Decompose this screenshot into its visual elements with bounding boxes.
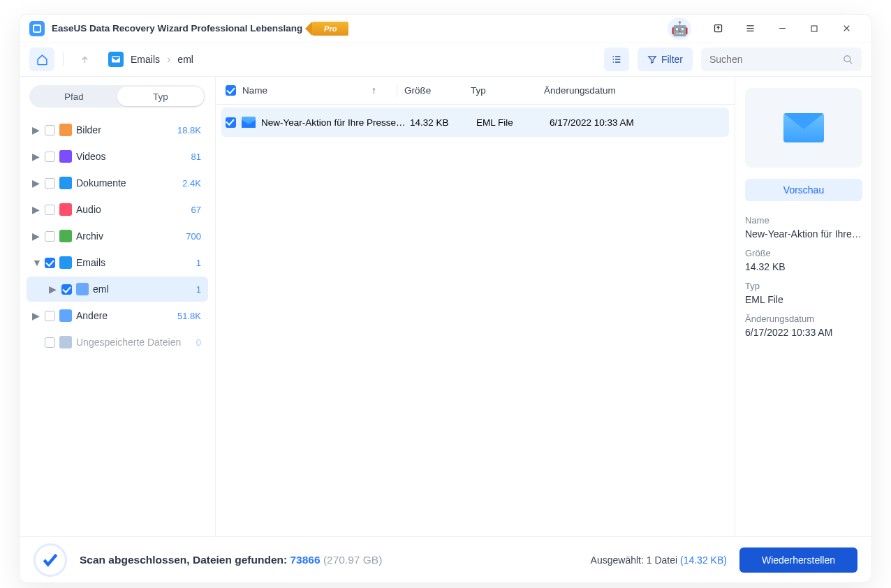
- checkbox[interactable]: [61, 284, 72, 295]
- row-filename: New-Year-Aktion für Ihre Pressemit...: [261, 117, 410, 128]
- col-type[interactable]: Typ: [471, 85, 544, 96]
- tree-node-emails[interactable]: ▼Emails1: [27, 250, 208, 275]
- pro-badge: Pro: [312, 22, 348, 36]
- tree-node-ungespeicherte-dateien[interactable]: Ungespeicherte Dateien0: [27, 330, 208, 355]
- preview-button[interactable]: Vorschau: [745, 179, 862, 201]
- chevron-right-icon[interactable]: ▶: [49, 284, 57, 295]
- chevron-right-icon[interactable]: ▶: [32, 204, 40, 215]
- table-row[interactable]: New-Year-Aktion für Ihre Pressemit...14.…: [221, 108, 729, 137]
- tree-count: 67: [191, 205, 201, 215]
- title-bar: EaseUS Data Recovery Wizard Professional…: [20, 15, 871, 43]
- pv-type-value: EML File: [745, 294, 862, 305]
- tree-label: Andere: [76, 310, 173, 321]
- chevron-right-icon[interactable]: ▶: [32, 310, 40, 321]
- breadcrumb-root[interactable]: Emails: [131, 54, 160, 65]
- app-logo-icon: [29, 21, 45, 36]
- tree-count: 18.8K: [177, 125, 201, 135]
- select-all-checkbox[interactable]: [226, 85, 236, 96]
- tree-label: Ungespeicherte Dateien: [76, 337, 192, 348]
- tree-label: Audio: [76, 204, 187, 215]
- checkbox[interactable]: [45, 337, 55, 348]
- checkbox[interactable]: [45, 311, 55, 321]
- minimize-button[interactable]: [767, 17, 797, 40]
- search-icon: [843, 54, 853, 65]
- filter-button[interactable]: Filter: [638, 47, 693, 71]
- tree-label: Emails: [76, 257, 192, 268]
- tree-label: eml: [93, 284, 192, 295]
- tree-count: 81: [191, 152, 201, 162]
- tree-count: 51.8K: [177, 311, 201, 321]
- pv-date-label: Änderungsdatum: [745, 314, 862, 324]
- divider: [63, 52, 64, 66]
- checkbox[interactable]: [45, 205, 55, 215]
- chevron-right-icon[interactable]: ▶: [32, 230, 40, 242]
- preview-panel: Vorschau Name New-Year-Aktion für Ihre .…: [735, 77, 871, 536]
- col-name[interactable]: Name: [242, 85, 267, 96]
- sort-arrow-icon[interactable]: ↑: [371, 85, 376, 96]
- table-header: Name ↑ Größe Typ Änderungsdatum: [216, 77, 735, 105]
- tab-path[interactable]: Pfad: [31, 87, 117, 106]
- envelope-icon: [783, 113, 824, 142]
- tree-node-bilder[interactable]: ▶Bilder18.8K: [27, 117, 208, 142]
- status-bar: Scan abgeschlossen, Dateien gefunden: 73…: [20, 536, 871, 582]
- checkbox[interactable]: [45, 231, 55, 242]
- row-type: EML File: [476, 117, 550, 128]
- selection-summary: Ausgewählt: 1 Datei (14.32 KB): [591, 554, 727, 566]
- chevron-right-icon: ›: [167, 53, 170, 66]
- breadcrumb-current[interactable]: eml: [177, 54, 193, 65]
- tree-count: 1: [196, 284, 201, 295]
- chevron-down-icon[interactable]: ▼: [32, 257, 40, 268]
- tab-type[interactable]: Typ: [117, 87, 204, 106]
- svg-point-3: [844, 55, 850, 61]
- pv-name-label: Name: [745, 215, 862, 226]
- category-icon: [59, 256, 72, 269]
- tree-node-videos[interactable]: ▶Videos81: [27, 144, 208, 169]
- share-button[interactable]: [702, 17, 733, 40]
- checkbox[interactable]: [45, 125, 55, 135]
- assistant-icon[interactable]: 🤖: [668, 17, 691, 40]
- sidebar: Pfad Typ ▶Bilder18.8K▶Videos81▶Dokumente…: [20, 77, 216, 536]
- home-button[interactable]: [29, 47, 54, 71]
- scan-complete-icon: [34, 543, 67, 577]
- email-file-icon: [242, 117, 256, 128]
- category-icon: [59, 336, 72, 348]
- checkbox[interactable]: [45, 152, 55, 162]
- chevron-right-icon[interactable]: ▶: [32, 124, 40, 135]
- scan-summary: Scan abgeschlossen, Dateien gefunden: 73…: [80, 554, 382, 566]
- col-size[interactable]: Größe: [404, 85, 471, 96]
- search-input[interactable]: [709, 54, 837, 65]
- view-toggle-button[interactable]: [604, 47, 629, 71]
- recover-button[interactable]: Wiederherstellen: [739, 547, 857, 573]
- checkbox[interactable]: [45, 178, 55, 189]
- tree-node-dokumente[interactable]: ▶Dokumente2.4K: [27, 170, 208, 196]
- col-date[interactable]: Änderungsdatum: [544, 85, 735, 96]
- tree-node-andere[interactable]: ▶Andere51.8K: [27, 303, 208, 328]
- file-panel: Name ↑ Größe Typ Änderungsdatum New-Year…: [216, 77, 735, 536]
- pv-size-label: Größe: [745, 248, 862, 258]
- pv-name-value: New-Year-Aktion für Ihre ...: [745, 228, 862, 240]
- checkbox[interactable]: [45, 258, 55, 268]
- category-icon: [59, 230, 72, 242]
- tree-node-eml[interactable]: ▶eml1: [27, 277, 208, 302]
- emails-folder-icon: [108, 52, 124, 67]
- filter-label: Filter: [661, 54, 683, 65]
- tree-count: 700: [186, 231, 201, 242]
- up-button[interactable]: [72, 47, 97, 71]
- menu-button[interactable]: [735, 17, 765, 40]
- row-size: 14.32 KB: [410, 117, 476, 128]
- chevron-right-icon[interactable]: ▶: [32, 151, 40, 162]
- tree-label: Dokumente: [76, 177, 178, 189]
- category-icon: [59, 177, 72, 189]
- sidebar-tabswitch: Pfad Typ: [29, 85, 205, 108]
- row-checkbox[interactable]: [226, 117, 236, 128]
- close-button[interactable]: [831, 17, 862, 40]
- toolbar: Emails › eml Filter: [20, 43, 871, 76]
- search-box[interactable]: [701, 47, 862, 71]
- chevron-right-icon[interactable]: ▶: [32, 177, 40, 189]
- tree-node-audio[interactable]: ▶Audio67: [27, 197, 208, 222]
- maximize-button[interactable]: [799, 17, 830, 40]
- pv-size-value: 14.32 KB: [745, 261, 862, 272]
- category-tree: ▶Bilder18.8K▶Videos81▶Dokumente2.4K▶Audi…: [27, 117, 208, 355]
- tree-node-archiv[interactable]: ▶Archiv700: [27, 223, 208, 249]
- tree-count: 0: [196, 337, 201, 348]
